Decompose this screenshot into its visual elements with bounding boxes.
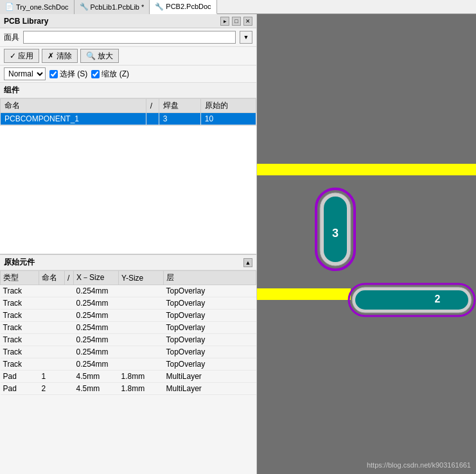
prim-name: 2 (39, 383, 65, 395)
prim-xsize: 4.5mm (74, 383, 119, 395)
col-header-slash: / (146, 99, 159, 113)
panel-float-btn[interactable]: □ (232, 17, 241, 26)
panel-pin-btn[interactable]: ▸ (220, 17, 229, 26)
mask-input[interactable] (23, 31, 236, 44)
prim-slash (65, 310, 74, 322)
prim-type: Pad (1, 383, 39, 395)
prim-layer: TopOverlay (164, 297, 256, 310)
pcb-canvas: 3 2 https://blog.csdn.net/k903161661 (257, 14, 476, 474)
prim-col-xsize: X－Size (74, 271, 119, 285)
panel-title: PCB Library (4, 17, 48, 26)
svg-text:2: 2 (435, 294, 441, 304)
prim-xsize: 0.254mm (74, 322, 119, 334)
prim-name (39, 358, 65, 371)
prim-xsize: 0.254mm (74, 358, 119, 371)
primitives-title: 原始元件 (4, 257, 35, 268)
primitives-table: 类型 命名 / X－Size Y-Size 层 Track 0.254mm To… (0, 270, 256, 395)
group-section-title: 组件 (0, 83, 256, 98)
prim-type: Track (1, 346, 39, 358)
prim-slash (65, 322, 74, 334)
tab-label-pcblib1: PcbLib1.PcbLib * (91, 3, 145, 11)
select-checkbox-label[interactable]: 选择 (S) (49, 69, 87, 80)
component-slash (146, 113, 159, 125)
prim-type: Track (1, 322, 39, 334)
prim-type: Track (1, 310, 39, 322)
tab-pcblib1[interactable]: 🔧 PcbLib1.PcbLib * (75, 0, 150, 14)
select-checkbox[interactable] (49, 70, 58, 78)
prim-col-type: 类型 (1, 271, 39, 285)
component-primitives: 10 (200, 113, 256, 125)
prim-ysize (119, 322, 164, 334)
prim-ysize (119, 297, 164, 310)
pad-3-svg: 3 (315, 188, 356, 271)
col-header-name: 命名 (1, 99, 146, 113)
prim-ysize: 1.8mm (119, 383, 164, 395)
options-row: Normal 选择 (S) 缩放 (Z) (0, 66, 256, 83)
mask-dropdown[interactable]: ▼ (240, 31, 252, 44)
prim-xsize: 0.254mm (74, 297, 119, 310)
col-header-pads: 焊盘 (159, 99, 200, 113)
component-area: 命名 / 焊盘 原始的 PCBCOMPONENT_1 3 10 (0, 98, 256, 254)
panel-header-controls: ▸ □ ✕ (220, 17, 252, 26)
prim-type: Track (1, 358, 39, 371)
prim-type: Track (1, 297, 39, 310)
prim-name (39, 334, 65, 346)
tab-try-one[interactable]: 📄 Try_one.SchDoc (0, 0, 75, 14)
normal-select[interactable]: Normal (4, 67, 46, 80)
svg-rect-6 (355, 290, 468, 310)
prim-ysize (119, 358, 164, 371)
clear-button[interactable]: ✗ 清除 (42, 49, 77, 63)
pad-2-container: 2 (348, 283, 476, 317)
mask-row: 面具 ▼ (0, 28, 256, 47)
primitives-section: 原始元件 ▲ 类型 命名 / X－Size Y-Size 层 Track (0, 254, 256, 474)
primitives-table-wrap[interactable]: 类型 命名 / X－Size Y-Size 层 Track 0.254mm To… (0, 270, 256, 474)
component-table: 命名 / 焊盘 原始的 PCBCOMPONENT_1 3 10 (0, 98, 256, 125)
primitives-row[interactable]: Track 0.254mm TopOverlay (1, 346, 256, 358)
zoom-checkbox-label[interactable]: 缩放 (Z) (91, 69, 129, 80)
component-row[interactable]: PCBCOMPONENT_1 3 10 (1, 113, 256, 125)
yellow-line-bottom-left (257, 288, 351, 300)
prim-type: Track (1, 334, 39, 346)
tab-icon-try-one: 📄 (5, 3, 14, 11)
prim-layer: MultiLayer (164, 383, 256, 395)
tab-label-pcb2: PCB2.PcbDoc (166, 3, 211, 10)
prim-name (39, 346, 65, 358)
prim-slash (65, 371, 74, 383)
primitives-scroll-up[interactable]: ▲ (243, 258, 252, 267)
pad-3-container: 3 (315, 188, 356, 271)
primitives-row[interactable]: Track 0.254mm TopOverlay (1, 334, 256, 346)
prim-xsize: 4.5mm (74, 371, 119, 383)
prim-layer: MultiLayer (164, 371, 256, 383)
primitives-row[interactable]: Pad 1 4.5mm 1.8mm MultiLayer (1, 371, 256, 383)
yellow-line-top (257, 164, 476, 175)
primitives-row[interactable]: Track 0.254mm TopOverlay (1, 358, 256, 371)
tab-pcb2[interactable]: 🔧 PCB2.PcbDoc (150, 0, 216, 14)
zoom-checkbox[interactable] (91, 70, 100, 78)
primitives-row[interactable]: Track 0.254mm TopOverlay (1, 310, 256, 322)
apply-button[interactable]: ✓ 应用 (4, 49, 39, 63)
tab-bar: 📄 Try_one.SchDoc 🔧 PcbLib1.PcbLib * 🔧 PC… (0, 0, 476, 14)
prim-ysize (119, 334, 164, 346)
prim-slash (65, 334, 74, 346)
prim-name: 1 (39, 371, 65, 383)
prim-col-name: 命名 (39, 271, 65, 285)
primitives-header: 原始元件 ▲ (0, 255, 256, 270)
prim-layer: TopOverlay (164, 310, 256, 322)
tab-label-try-one: Try_one.SchDoc (16, 3, 69, 11)
prim-ysize (119, 310, 164, 322)
zoom-button[interactable]: 🔍 放大 (80, 49, 119, 63)
primitives-row[interactable]: Track 0.254mm TopOverlay (1, 322, 256, 334)
prim-col-layer: 层 (164, 271, 256, 285)
prim-layer: TopOverlay (164, 322, 256, 334)
prim-type: Track (1, 285, 39, 297)
prim-col-ysize: Y-Size (119, 271, 164, 285)
col-header-primitives: 原始的 (200, 99, 256, 113)
panel-close-btn[interactable]: ✕ (243, 17, 252, 26)
tab-icon-pcb2: 🔧 (155, 3, 164, 11)
prim-type: Pad (1, 371, 39, 383)
primitives-row[interactable]: Pad 2 4.5mm 1.8mm MultiLayer (1, 383, 256, 395)
prim-col-slash: / (65, 271, 74, 285)
primitives-row[interactable]: Track 0.254mm TopOverlay (1, 285, 256, 297)
primitives-row[interactable]: Track 0.254mm TopOverlay (1, 297, 256, 310)
prim-layer: TopOverlay (164, 285, 256, 297)
